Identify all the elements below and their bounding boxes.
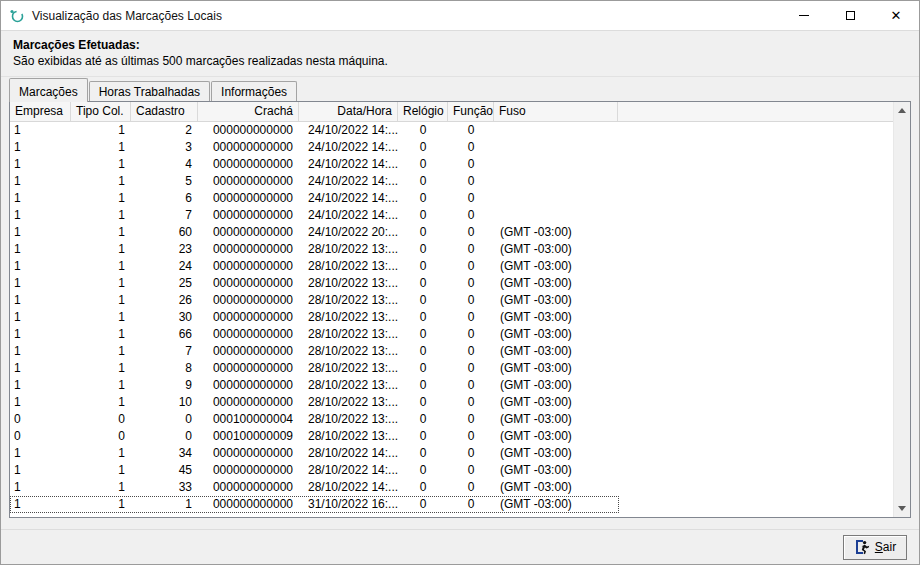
cell-funcao: 0: [448, 156, 494, 173]
cell-data-hora: 24/10/2022 14:...: [299, 207, 398, 224]
footer-bar: Sair: [1, 529, 919, 564]
cell-funcao: 0: [448, 462, 494, 479]
tab-marcacoes[interactable]: Marcações: [9, 78, 88, 102]
cell-fuso: (GMT -03:00): [494, 292, 618, 309]
table-row[interactable]: 11200000000000024/10/2022 14:...00: [10, 122, 910, 139]
table-row[interactable]: 11100000000000031/10/2022 16:...00(GMT -…: [10, 496, 910, 513]
minimize-button[interactable]: [781, 1, 827, 30]
cell-relogio: 0: [398, 207, 448, 224]
maximize-button[interactable]: [827, 1, 873, 30]
table-row[interactable]: 112400000000000028/10/2022 13:...00(GMT …: [10, 258, 910, 275]
table-row[interactable]: 11500000000000024/10/2022 14:...00: [10, 173, 910, 190]
exit-button-label: Sair: [875, 540, 896, 554]
cell-funcao: 0: [448, 173, 494, 190]
table-row[interactable]: 111000000000000028/10/2022 13:...00(GMT …: [10, 394, 910, 411]
cell-fuso: (GMT -03:00): [494, 411, 618, 428]
table-row[interactable]: 112300000000000028/10/2022 13:...00(GMT …: [10, 241, 910, 258]
table-row[interactable]: 114500000000000028/10/2022 14:...00(GMT …: [10, 462, 910, 479]
vertical-scrollbar[interactable]: [893, 102, 910, 517]
cell-relogio: 0: [398, 343, 448, 360]
cell-cracha: 000000000000: [198, 462, 299, 479]
cell-empresa: 0: [10, 411, 71, 428]
column-header-cadastro[interactable]: Cadastro: [131, 102, 198, 121]
cell-funcao: 0: [448, 292, 494, 309]
table-row[interactable]: 11400000000000024/10/2022 14:...00: [10, 156, 910, 173]
tab-informacoes[interactable]: Informações: [211, 81, 297, 101]
titlebar[interactable]: Visualização das Marcações Locais ✕: [1, 1, 919, 31]
cell-fuso: (GMT -03:00): [494, 326, 618, 343]
cell-relogio: 0: [398, 122, 448, 139]
exit-button[interactable]: Sair: [843, 535, 907, 560]
cell-cracha: 000000000000: [198, 445, 299, 462]
cell-fuso: (GMT -03:00): [494, 496, 618, 513]
column-header-tipo-col[interactable]: Tipo Col.: [71, 102, 131, 121]
cell-data-hora: 28/10/2022 13:...: [299, 292, 398, 309]
cell-fuso: (GMT -03:00): [494, 309, 618, 326]
cell-data-hora: 28/10/2022 14:...: [299, 462, 398, 479]
table-row[interactable]: 113300000000000028/10/2022 14:...00(GMT …: [10, 479, 910, 496]
cell-funcao: 0: [448, 394, 494, 411]
column-header-fuso[interactable]: Fuso: [494, 102, 618, 121]
cell-cadastro: 30: [131, 309, 198, 326]
table-row[interactable]: 00000010000000428/10/2022 13:...00(GMT -…: [10, 411, 910, 428]
table-row[interactable]: 113400000000000028/10/2022 14:...00(GMT …: [10, 445, 910, 462]
cell-data-hora: 24/10/2022 14:...: [299, 190, 398, 207]
header-subtitle: São exibidas até as últimas 500 marcaçõe…: [13, 53, 907, 69]
table-row[interactable]: 112600000000000028/10/2022 13:...00(GMT …: [10, 292, 910, 309]
table-row[interactable]: 113000000000000028/10/2022 13:...00(GMT …: [10, 309, 910, 326]
cell-tipo-col: 1: [71, 122, 131, 139]
table-row[interactable]: 116600000000000028/10/2022 13:...00(GMT …: [10, 326, 910, 343]
cell-tipo-col: 1: [71, 207, 131, 224]
cell-cracha: 000100000009: [198, 428, 299, 445]
cell-funcao: 0: [448, 377, 494, 394]
cell-funcao: 0: [448, 139, 494, 156]
cell-fuso: (GMT -03:00): [494, 479, 618, 496]
cell-funcao: 0: [448, 343, 494, 360]
cell-cadastro: 6: [131, 190, 198, 207]
cell-data-hora: 24/10/2022 14:...: [299, 139, 398, 156]
table-row[interactable]: 11300000000000024/10/2022 14:...00: [10, 139, 910, 156]
cell-cadastro: 60: [131, 224, 198, 241]
table-row[interactable]: 00000010000000928/10/2022 13:...00(GMT -…: [10, 428, 910, 445]
table-row[interactable]: 116000000000000024/10/2022 20:...00(GMT …: [10, 224, 910, 241]
cell-tipo-col: 1: [71, 394, 131, 411]
column-header-cracha[interactable]: Crachá: [198, 102, 299, 121]
cell-relogio: 0: [398, 292, 448, 309]
close-button[interactable]: ✕: [873, 1, 919, 30]
cell-tipo-col: 1: [71, 139, 131, 156]
table-row[interactable]: 11800000000000028/10/2022 13:...00(GMT -…: [10, 360, 910, 377]
cell-relogio: 0: [398, 360, 448, 377]
cell-tipo-col: 1: [71, 258, 131, 275]
cell-relogio: 0: [398, 496, 448, 513]
cell-empresa: 1: [10, 394, 71, 411]
cell-data-hora: 24/10/2022 20:...: [299, 224, 398, 241]
cell-relogio: 0: [398, 309, 448, 326]
scroll-up-button[interactable]: [894, 102, 910, 119]
column-header-data-hora[interactable]: Data/Hora: [299, 102, 398, 121]
cell-relogio: 0: [398, 173, 448, 190]
table-row[interactable]: 11700000000000028/10/2022 13:...00(GMT -…: [10, 343, 910, 360]
table-row[interactable]: 11600000000000024/10/2022 14:...00: [10, 190, 910, 207]
cell-relogio: 0: [398, 275, 448, 292]
tab-horas-trabalhadas[interactable]: Horas Trabalhadas: [89, 81, 210, 101]
table-row[interactable]: 112500000000000028/10/2022 13:...00(GMT …: [10, 275, 910, 292]
cell-fuso: (GMT -03:00): [494, 360, 618, 377]
cell-cracha: 000000000000: [198, 139, 299, 156]
column-header-filler: [618, 102, 910, 121]
cell-cadastro: 34: [131, 445, 198, 462]
column-header-empresa[interactable]: Empresa: [10, 102, 71, 121]
column-header-funcao[interactable]: Função: [448, 102, 494, 121]
table-row[interactable]: 11900000000000028/10/2022 13:...00(GMT -…: [10, 377, 910, 394]
cell-cracha: 000000000000: [198, 292, 299, 309]
column-header-relogio[interactable]: Relógio: [398, 102, 448, 121]
cell-tipo-col: 1: [71, 156, 131, 173]
scroll-down-button[interactable]: [894, 500, 910, 517]
table-row[interactable]: 11700000000000024/10/2022 14:...00: [10, 207, 910, 224]
cell-tipo-col: 1: [71, 462, 131, 479]
cell-funcao: 0: [448, 445, 494, 462]
scrollbar-track[interactable]: [894, 119, 910, 500]
cell-data-hora: 28/10/2022 14:...: [299, 479, 398, 496]
cell-cadastro: 25: [131, 275, 198, 292]
cell-relogio: 0: [398, 190, 448, 207]
cell-fuso: (GMT -03:00): [494, 394, 618, 411]
